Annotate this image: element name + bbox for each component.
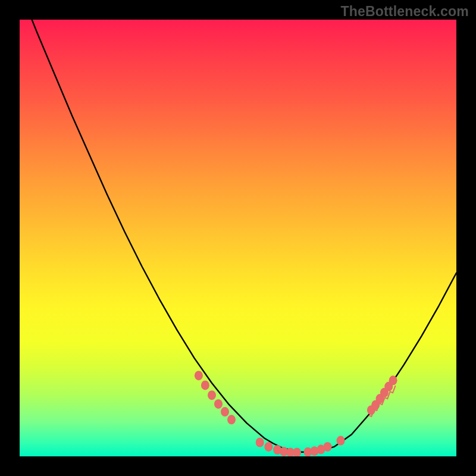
curve-marker [264, 442, 273, 452]
curve-marker [337, 436, 345, 446]
curve-marker [221, 407, 229, 416]
curve-marker [201, 380, 209, 390]
curve-marker [227, 415, 236, 424]
watermark-text: TheBottleneck.com [340, 4, 469, 20]
curve-marker [293, 447, 301, 456]
curve-marker [256, 438, 264, 447]
chart-frame: TheBottleneck.com [0, 0, 476, 476]
marker-group [195, 371, 397, 456]
curve-marker [389, 375, 397, 385]
curve-marker [214, 399, 223, 409]
plot-area [20, 20, 456, 456]
curve-marker [208, 390, 216, 400]
curve-marker [195, 371, 203, 380]
curve-marker [324, 442, 332, 452]
chart-svg [20, 20, 456, 456]
